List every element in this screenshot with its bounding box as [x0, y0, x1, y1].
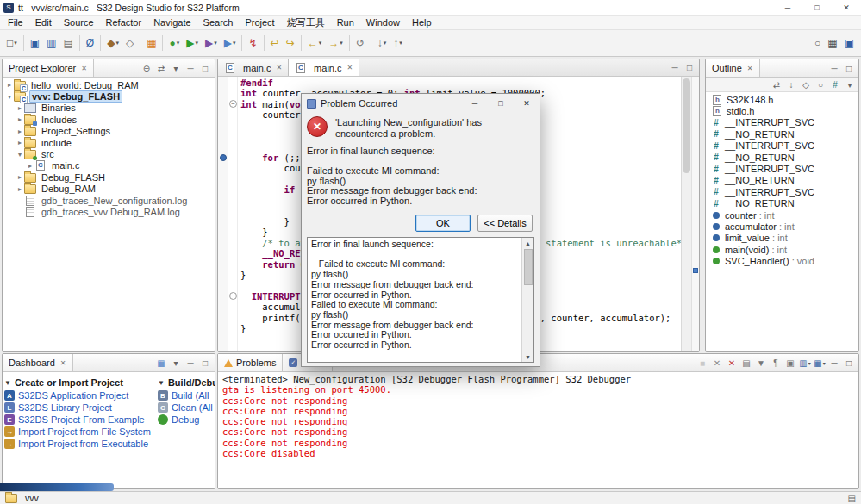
expand-arrow-icon[interactable]: ▸ — [16, 139, 24, 146]
maximize-icon[interactable]: □ — [198, 356, 212, 370]
dropdown-arrow-icon[interactable]: ▾ — [399, 40, 402, 47]
dashboard-link[interactable]: →Import Project from File System — [4, 426, 158, 438]
dropdown-arrow-icon[interactable]: ▾ — [214, 40, 217, 47]
breakpoint-icon[interactable] — [220, 154, 227, 161]
maximize-icon[interactable]: □ — [842, 61, 856, 75]
outline-item[interactable]: S32K148.h — [706, 94, 858, 105]
pin-console-icon[interactable]: ▣ — [783, 356, 797, 370]
outline-item[interactable]: #__NO_RETURN — [706, 175, 858, 186]
details-button[interactable]: << Details — [477, 215, 533, 232]
tree-item-label[interactable]: Project_Settings — [40, 126, 112, 136]
maximize-icon[interactable]: □ — [683, 61, 696, 75]
minimize-icon[interactable]: ─ — [827, 356, 841, 370]
tab-dashboard[interactable]: Dashboard ✕ — [3, 354, 73, 371]
debug-icon[interactable]: ●▾ — [165, 34, 183, 53]
dropdown-arrow-icon[interactable]: ▾ — [115, 40, 119, 47]
collapse-all-icon[interactable]: ⊖ — [140, 61, 153, 75]
tree-item[interactable]: ▸Includes — [3, 114, 215, 125]
minimize-icon[interactable]: ─ — [184, 61, 197, 75]
outline-item[interactable]: #__INTERRUPT_SVC — [706, 140, 858, 152]
maximize-icon[interactable]: □ — [842, 356, 856, 370]
menu-item-refactor[interactable]: Refactor — [100, 16, 148, 28]
tree-item[interactable]: gdb_traces_vvv Debug_RAM.log — [3, 206, 215, 217]
dashboard-link-label[interactable]: Import Project from File System — [18, 426, 151, 437]
editor-tab[interactable]: main.c✕ — [218, 59, 289, 76]
new-wizard-icon[interactable]: □▾ — [3, 34, 21, 53]
outline-item[interactable]: #__INTERRUPT_SVC — [706, 117, 858, 128]
tab-outline[interactable]: Outline ✕ — [706, 59, 760, 77]
tree-item-label[interactable]: src — [40, 149, 56, 159]
fold-collapse-icon[interactable]: − — [229, 100, 237, 108]
dashboard-link[interactable]: BBuild (All — [158, 389, 215, 401]
tree-item[interactable]: ▸include — [3, 137, 215, 148]
tree-item-label[interactable]: Includes — [40, 115, 78, 125]
fold-collapse-icon[interactable]: − — [229, 292, 237, 300]
view-menu-icon[interactable]: ▾ — [169, 61, 183, 75]
remove-launch-icon[interactable]: ✕ — [710, 356, 724, 370]
tree-item[interactable]: ▾src — [3, 148, 215, 159]
tab-project-explorer[interactable]: Project Explorer ✕ — [3, 59, 94, 77]
dashboard-link[interactable]: Debug — [158, 414, 215, 426]
minimize-icon[interactable]: ─ — [668, 61, 682, 75]
last-edit-location-icon[interactable]: ↺ — [353, 34, 368, 53]
outline-item[interactable]: #__INTERRUPT_SVC — [706, 186, 858, 197]
close-icon[interactable]: ✕ — [747, 65, 753, 72]
tab-close-icon[interactable]: ✕ — [347, 64, 353, 72]
expand-arrow-icon[interactable]: ▸ — [16, 115, 24, 123]
outline-item[interactable]: limit_value : int — [706, 233, 858, 244]
dropdown-arrow-icon[interactable]: ▾ — [823, 360, 826, 366]
save-icon[interactable]: ▣ — [27, 34, 43, 53]
skip-all-breakpoints-icon[interactable]: Ø — [83, 34, 97, 53]
new-view-icon[interactable]: ▦ — [154, 356, 168, 370]
tree-item-label[interactable]: Binaries — [40, 103, 78, 113]
hide-macros-icon[interactable]: # — [828, 78, 842, 91]
annotation-gutter[interactable] — [218, 77, 228, 351]
tree-item-label[interactable]: Debug_FLASH — [40, 172, 107, 183]
minimize-window-button[interactable]: ─ — [773, 0, 802, 15]
tab-problems[interactable]: Problems — [218, 354, 283, 371]
new-connection-icon[interactable]: ▦ — [143, 34, 159, 53]
tree-item[interactable]: ▸Project_Settings — [3, 126, 215, 137]
dashboard-link-label[interactable]: Clean (All — [172, 402, 213, 413]
forward-icon[interactable]: →▾ — [325, 34, 346, 53]
ok-button[interactable]: OK — [415, 215, 471, 232]
tree-item-label[interactable]: gdb_traces_New_configuration.log — [40, 196, 189, 206]
clear-console-icon[interactable]: ▤ — [739, 356, 753, 370]
collapse-arrow-icon[interactable]: ▾ — [16, 151, 24, 159]
editor-tab[interactable]: main.c✕ — [289, 59, 359, 76]
outline-item[interactable]: counter : int — [706, 209, 858, 221]
dropdown-arrow-icon[interactable]: ▾ — [808, 360, 811, 366]
tree-item[interactable]: ▸main.c — [3, 160, 215, 171]
menu-item-help[interactable]: Help — [406, 16, 438, 28]
tree-item[interactable]: ▸hello_world: Debug_RAM — [3, 79, 215, 90]
tree-item[interactable]: ▸Debug_RAM — [3, 184, 215, 195]
dropdown-arrow-icon[interactable]: ▾ — [340, 40, 343, 47]
step-over-icon[interactable]: ↪ — [283, 34, 298, 53]
scroll-up-icon[interactable]: ▲ — [525, 238, 531, 248]
link-with-editor-icon[interactable]: ⇄ — [770, 78, 783, 91]
minimize-icon[interactable]: ─ — [827, 61, 841, 75]
back-icon[interactable]: ←▾ — [304, 34, 326, 53]
dashboard-link[interactable]: →Import Project from Executable — [4, 438, 158, 450]
view-menu-icon[interactable]: ▾ — [843, 78, 857, 91]
previous-annotation-icon[interactable]: ↑▾ — [390, 34, 406, 53]
menu-item-window[interactable]: Window — [360, 16, 406, 28]
maximize-icon[interactable]: □ — [198, 61, 212, 75]
step-return-icon[interactable]: ↩ — [267, 34, 283, 53]
outline-item[interactable]: #__NO_RETURN — [706, 128, 858, 140]
dashboard-link-label[interactable]: Debug — [172, 414, 199, 425]
word-wrap-icon[interactable]: ¶ — [769, 356, 783, 370]
dropdown-arrow-icon[interactable]: ▾ — [233, 40, 236, 47]
menu-item-search[interactable]: Search — [197, 16, 240, 28]
overview-ruler[interactable] — [691, 77, 699, 351]
dialog-maximize-button[interactable]: □ — [488, 94, 514, 113]
close-icon[interactable]: ✕ — [81, 65, 87, 72]
dialog-close-button[interactable]: ✕ — [514, 94, 540, 113]
quick-access-search-icon[interactable]: ○ — [811, 34, 824, 53]
run-icon[interactable]: ▶▾ — [183, 34, 202, 53]
outline-item[interactable]: #__NO_RETURN — [706, 152, 858, 163]
scrollbar-thumb[interactable] — [683, 78, 690, 173]
code-line[interactable]: #endif — [240, 78, 681, 88]
cpp-perspective-icon[interactable]: ▣ — [841, 34, 858, 53]
dashboard-link-label[interactable]: Import Project from Executable — [18, 439, 148, 449]
